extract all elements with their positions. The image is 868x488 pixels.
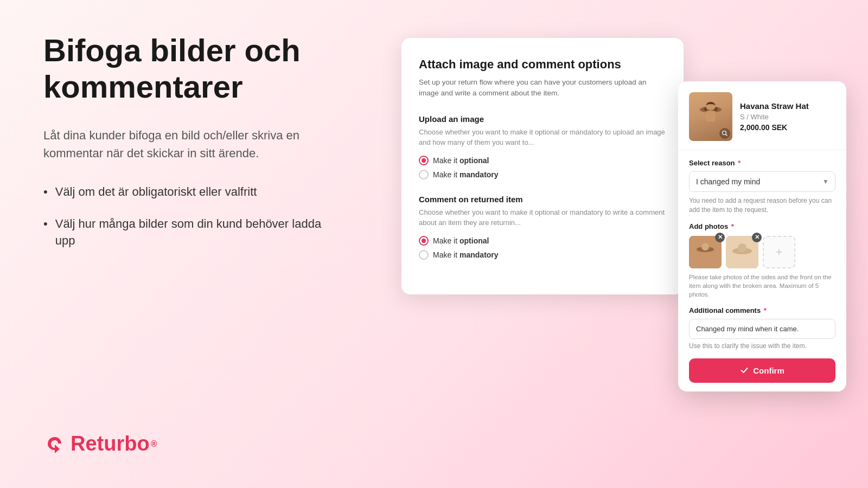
logo-text: Returbo®: [71, 432, 157, 455]
main-title: Bifoga bilder och kommentarer: [43, 33, 336, 105]
photo-remove-2[interactable]: ✕: [752, 233, 762, 242]
upload-mandatory-bold: mandatory: [459, 170, 499, 179]
add-photos-label: Add photos *: [689, 222, 835, 230]
product-info: Havana Straw Hat S / White 2,000.00 SEK: [740, 101, 835, 132]
upload-mandatory-label: Make it mandatory: [433, 170, 499, 179]
select-reason-dropdown[interactable]: I changed my mind: [689, 171, 835, 192]
customer-card: Havana Straw Hat S / White 2,000.00 SEK …: [678, 81, 846, 391]
upload-section: Upload an image Choose whether you want …: [419, 114, 666, 179]
additional-comments-input[interactable]: [689, 319, 835, 339]
comment-optional-item[interactable]: Make it optional: [419, 236, 666, 246]
comment-section-desc: Choose whether you want to make it optio…: [419, 207, 666, 228]
comment-section: Comment on returned item Choose whether …: [419, 195, 666, 260]
photo-thumb-1: ✕: [689, 236, 722, 268]
photos-row: ✕ ✕ +: [689, 236, 835, 268]
add-photo-button[interactable]: +: [763, 236, 795, 268]
bullet-list: Välj om det är obligatoriskt eller valfr…: [43, 184, 336, 249]
product-name: Havana Straw Hat: [740, 101, 835, 111]
additional-comments-label: Additional comments *: [689, 306, 835, 314]
product-price: 2,000.00 SEK: [740, 123, 835, 132]
svg-point-11: [701, 243, 709, 251]
admin-card-description: Set up your return flow where you can ha…: [419, 77, 666, 99]
list-item: Välj om det är obligatoriskt eller valfr…: [43, 184, 336, 201]
comment-section-label: Comment on returned item: [419, 195, 666, 204]
upload-optional-item[interactable]: Make it optional: [419, 156, 666, 165]
comment-optional-label: Make it optional: [433, 236, 489, 245]
upload-optional-radio[interactable]: [419, 156, 429, 165]
upload-mandatory-item[interactable]: Make it mandatory: [419, 170, 666, 179]
subtitle: Låt dina kunder bifoga en bild och/eller…: [43, 126, 336, 162]
left-panel: Bifoga bilder och kommentarer Låt dina k…: [0, 0, 380, 488]
comment-mandatory-bold: mandatory: [459, 251, 499, 259]
form-body: Select reason * I changed my mind ▼ You …: [678, 150, 846, 391]
svg-point-7: [723, 131, 726, 135]
photos-helper-text: Please take photos of the sides and the …: [689, 273, 835, 299]
select-reason-helper: You need to add a request reason before …: [689, 196, 835, 215]
product-image-container: [689, 92, 732, 141]
upload-optional-label: Make it optional: [433, 156, 489, 165]
comment-optional-bold: optional: [459, 236, 489, 245]
select-reason-label: Select reason *: [689, 159, 835, 167]
logo-icon: [43, 433, 66, 455]
product-section: Havana Straw Hat S / White 2,000.00 SEK: [678, 81, 846, 150]
upload-section-label: Upload an image: [419, 114, 666, 124]
upload-radio-group: Make it optional Make it mandatory: [419, 156, 666, 179]
admin-card-title: Attach image and comment options: [419, 57, 666, 72]
comment-mandatory-label: Make it mandatory: [433, 251, 499, 259]
comment-mandatory-radio[interactable]: [419, 250, 429, 260]
admin-card: Attach image and comment options Set up …: [401, 38, 684, 294]
comment-helper-text: Use this to clarify the issue with the i…: [689, 342, 835, 350]
product-variant: S / White: [740, 113, 835, 121]
photo-remove-1[interactable]: ✕: [715, 233, 725, 242]
upload-optional-bold: optional: [459, 156, 489, 165]
comment-mandatory-item[interactable]: Make it mandatory: [419, 250, 666, 260]
required-star: *: [736, 159, 741, 167]
upload-section-desc: Choose whether you want to make it optio…: [419, 127, 666, 148]
photo-thumb-2: ✕: [726, 236, 758, 268]
checkmark-icon: [740, 366, 749, 375]
svg-point-14: [738, 243, 746, 252]
comment-optional-radio[interactable]: [419, 236, 429, 246]
photos-required-star: *: [729, 222, 734, 230]
right-panel: Attach image and comment options Set up …: [380, 0, 868, 488]
zoom-icon[interactable]: [719, 128, 730, 139]
logo-area: Returbo®: [43, 432, 336, 455]
left-content: Bifoga bilder och kommentarer Låt dina k…: [43, 33, 336, 410]
svg-rect-4: [706, 111, 716, 121]
confirm-button[interactable]: Confirm: [689, 358, 835, 383]
list-item: Välj hur många bilder som din kund behöv…: [43, 216, 336, 249]
upload-mandatory-radio[interactable]: [419, 170, 429, 179]
select-container[interactable]: I changed my mind ▼: [689, 171, 835, 192]
comments-required-star: *: [762, 306, 767, 314]
svg-line-8: [726, 134, 727, 136]
comment-radio-group: Make it optional Make it mandatory: [419, 236, 666, 260]
